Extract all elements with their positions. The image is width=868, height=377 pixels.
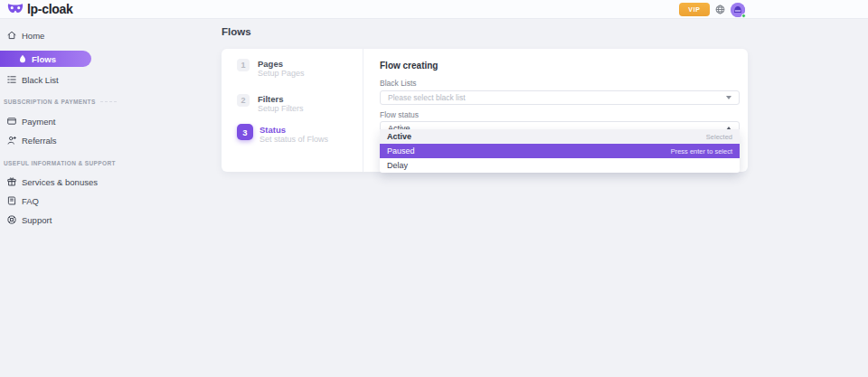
sidebar-section-subscription: SUBSCRIPTION & PAYMENTS: [0, 99, 190, 105]
sidebar: Home Flows Black List SUBSCRIPTION & PAY…: [0, 19, 190, 225]
step-subtitle: Setup Pages: [258, 69, 305, 78]
flow-creating-card: 1 Pages Setup Pages 2 Filters Setup Filt…: [222, 49, 748, 172]
option-hint: Selected: [706, 133, 732, 141]
user-avatar[interactable]: [731, 3, 745, 17]
globe-language-icon[interactable]: [715, 5, 725, 14]
step-title: Filters: [258, 94, 304, 104]
sidebar-item-services-bonuses[interactable]: Services & bonuses: [0, 176, 190, 187]
option-hint: Press enter to select: [671, 147, 732, 156]
step-subtitle: Set status of Flows: [259, 135, 328, 144]
option-label: Active: [387, 132, 411, 141]
flows-icon: [18, 54, 27, 63]
add-user-icon: [7, 136, 16, 145]
app-logo[interactable]: lp-cloak: [0, 1, 73, 17]
sidebar-item-faq[interactable]: FAQ: [0, 195, 190, 206]
flow-creating-form: Flow creating Black Lists Please select …: [363, 49, 748, 172]
sidebar-item-label: Payment: [22, 117, 56, 127]
sidebar-item-label: Support: [22, 215, 52, 225]
wizard-step-pages[interactable]: 1 Pages Setup Pages: [237, 59, 305, 78]
form-heading: Flow creating: [380, 61, 740, 71]
top-header: lp-cloak VIP: [0, 0, 868, 19]
list-icon: [7, 75, 16, 84]
mask-logo-icon: [7, 1, 24, 17]
flow-status-dropdown: Active Selected Paused Press enter to se…: [380, 129, 740, 173]
sidebar-item-payment[interactable]: Payment: [0, 116, 190, 127]
black-lists-label: Black Lists: [380, 79, 740, 88]
step-number-badge: 1: [237, 59, 250, 71]
sidebar-item-label: Referrals: [22, 136, 57, 146]
step-number-badge: 3: [237, 124, 253, 140]
sidebar-item-label: Black List: [22, 75, 59, 85]
sidebar-section-support: USEFUL INFORMATION & SUPPORT: [0, 160, 190, 166]
life-ring-icon: [7, 215, 16, 224]
sidebar-item-label: Flows: [32, 54, 56, 64]
section-divider: [100, 101, 117, 102]
black-lists-select[interactable]: Please select black list: [380, 90, 740, 105]
dropdown-option-delay[interactable]: Delay: [380, 158, 740, 173]
gift-icon: [7, 177, 16, 186]
option-label: Delay: [387, 161, 408, 170]
section-label: USEFUL INFORMATION & SUPPORT: [4, 160, 116, 166]
page-title: Flows: [222, 26, 251, 37]
section-label: SUBSCRIPTION & PAYMENTS: [4, 99, 96, 105]
sidebar-item-referrals[interactable]: Referrals: [0, 135, 190, 146]
option-label: Paused: [387, 146, 415, 156]
sidebar-item-home[interactable]: Home: [0, 30, 190, 41]
online-status-dot: [741, 14, 746, 18]
step-number-badge: 2: [237, 94, 250, 107]
step-title: Status: [259, 125, 328, 135]
sidebar-item-support[interactable]: Support: [0, 214, 190, 225]
flow-status-label: Flow status: [380, 110, 740, 119]
wizard-step-status-active[interactable]: 3 Status Set status of Flows: [237, 124, 328, 144]
sidebar-item-black-list[interactable]: Black List: [0, 74, 190, 85]
sidebar-item-label: FAQ: [22, 196, 39, 206]
chevron-down-icon: [726, 96, 731, 99]
book-icon: [7, 196, 16, 205]
wizard-step-filters[interactable]: 2 Filters Setup Filters: [237, 94, 304, 113]
sidebar-item-flows-active[interactable]: Flows: [0, 51, 91, 67]
logo-text: lp-cloak: [27, 2, 73, 16]
sidebar-item-label: Services & bonuses: [22, 177, 98, 187]
dropdown-option-active[interactable]: Active Selected: [380, 129, 740, 144]
wizard-steps: 1 Pages Setup Pages 2 Filters Setup Filt…: [222, 49, 363, 172]
dropdown-option-paused[interactable]: Paused Press enter to select: [380, 144, 740, 158]
sidebar-item-label: Home: [22, 31, 44, 41]
black-lists-placeholder: Please select black list: [388, 93, 466, 102]
vip-button[interactable]: VIP: [679, 3, 710, 16]
step-title: Pages: [258, 59, 305, 69]
step-subtitle: Setup Filters: [258, 104, 304, 113]
home-icon: [7, 31, 16, 40]
credit-card-icon: [7, 117, 16, 126]
